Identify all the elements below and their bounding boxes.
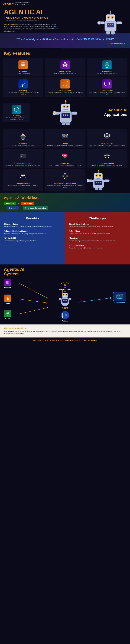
observations-label: Observations [59,288,71,291]
svg-point-76 [22,133,23,134]
svg-point-30 [65,64,65,65]
app-supply-chain: Supply Chain Optimization Optimizes inve… [45,169,85,190]
cybersecurity-name: Cybersecurity [88,142,126,144]
feature-adaptability: Adaptability Adjusts actions based on ch… [2,103,30,122]
autonomy-name: Autonomy [4,70,41,72]
svg-point-134 [7,298,9,300]
applications-title2: Applications [101,112,128,117]
svg-rect-71 [21,135,25,139]
hero-subtitle: THE GEN AI 'CHAINING' GENIUS [4,16,126,20]
hero-subtitle-suffix: ' GENIUS [36,16,48,19]
feature-autonomy: Autonomy Operates Independently [2,58,43,76]
customer-service-icon [102,151,112,161]
svg-point-101 [21,174,23,176]
svg-rect-41 [24,83,24,87]
header: USAII ® UNITED STATES ARTIFICIAL INTELLI… [0,0,130,7]
svg-line-165 [19,284,48,298]
personalization-icon [60,80,70,88]
benefit-3-desc: Operates continuously without fatigue or… [4,240,61,242]
hero-section: AGENTIC AI THE GEN AI 'CHAINING' GENIUS … [0,7,130,33]
svg-rect-65 [62,122,65,125]
learning-desc: Utilizes ML to improve performance [89,73,126,74]
system-title: Agentic AI System [4,267,126,276]
app-cybersecurity: Cybersecurity Autonomously monitor netwo… [87,129,128,148]
svg-rect-122 [95,188,98,190]
scalability-desc: Once trained, can be deployed across app… [4,92,41,95]
applications-section: Robotics Autonomous drones for delivery … [0,128,130,193]
svg-point-143 [63,294,64,295]
svg-point-45 [67,81,68,82]
finance-name: Finance [46,142,84,144]
hr-name: Human Resource [4,182,42,184]
svg-point-102 [23,174,25,176]
workflow-multi-agent[interactable]: Multi-Agent Collaboration [23,206,48,210]
agent-robot-svg [58,291,72,306]
svg-point-91 [21,154,21,154]
communication-desc: Easily process natural language, confirm… [89,92,126,95]
app-finance: Finance Trading algorithms that execute … [45,129,85,148]
svg-rect-39 [20,86,21,87]
supply-chain-name: Supply Chain Optimization [46,182,84,184]
svg-line-77 [20,136,21,137]
svg-point-24 [23,62,23,62]
footer-brand: USAII [78,340,83,342]
workflow-planning[interactable]: Planning [7,206,19,210]
apps-grid: Robotics Autonomous drones for delivery … [2,128,128,190]
challenges-title: Challenges [69,216,126,220]
svg-point-55 [63,106,65,108]
svg-rect-80 [23,139,24,140]
svg-rect-22 [22,65,24,66]
hr-icon [18,171,28,181]
scalability-name: Scalability [4,90,41,92]
svg-rect-132 [6,282,6,282]
app-robot-svg [87,169,110,190]
svg-point-93 [22,154,23,154]
benefits-challenges-section: Benefits Efficiency Spike Automates rout… [0,212,130,264]
adaptability-desc: Adjusts actions based on changing circum… [4,117,28,120]
actions-icon [61,311,69,319]
feature-goal-oriented: Goal-Oriented Designed to achieve specif… [45,58,85,76]
challenge-3-title: Black Box [69,237,126,239]
hero-body-text2: can make prompt decisions, learn from ex… [4,28,58,32]
goals-label: Goals [4,318,11,320]
actions-label: Actions [61,320,69,322]
svg-point-83 [63,134,64,135]
key-features-section: Key Features Autonomy Operates Independe… [0,48,130,128]
robotics-desc: Autonomous drones for delivery or survei… [4,145,42,146]
environment-label: Enviornment [113,302,126,304]
observations-svg [60,280,70,288]
svg-rect-151 [65,305,67,306]
svg-line-160 [61,282,62,283]
quote-text: ""The Global Agentic AI Market Size will… [5,37,125,41]
svg-point-84 [64,134,65,135]
svg-rect-145 [63,297,67,298]
challenge-2-desc: Potential for unintended consequences if… [69,233,126,235]
workflow-tags-row2: → Planning → Multi-Agent Collaboration [4,206,126,210]
healthcare-name: Healthcare [46,162,84,164]
logo: USAII ® UNITED STATES ARTIFICIAL INTELLI… [2,2,30,5]
goals-icon [4,310,11,317]
workflows-section: Agentic AI WorkFlows: Reflection → Tool … [0,193,130,212]
workflow-reflection[interactable]: Reflection [4,202,16,205]
key-features-title: Key Features [0,48,130,57]
actions-node: Actions [61,311,69,322]
svg-point-43 [64,82,66,84]
svg-line-168 [78,298,112,302]
communication-icon [103,80,112,88]
svg-rect-25 [21,64,21,66]
svg-point-92 [21,154,22,154]
supply-chain-icon [60,171,70,181]
challenge-3: Black Box Poses a challenge for accounta… [69,237,126,242]
svg-rect-40 [22,84,23,87]
benefit-3: 24/7 Availability Operates continuously … [4,237,61,242]
hero-agents-highlight: AI agents [51,26,57,27]
quote-prefix: "The Global Agentic AI Market Size will … [17,38,81,40]
workflow-tool-usage[interactable]: Tool Usage [21,202,34,205]
svg-rect-86 [64,136,65,138]
quote-highlight: USD 30.89 billion in 2024 [81,38,112,40]
subtitle-line1: UNITED STATES ARTIFICIAL [15,2,30,4]
communication-name: Communication [89,90,126,92]
software-desc: Automatically design system architecture… [4,165,42,166]
footer-prefix: Become an AI Scientist with Agentic AI N… [33,340,78,342]
robotics-name: Robotics [4,142,42,144]
